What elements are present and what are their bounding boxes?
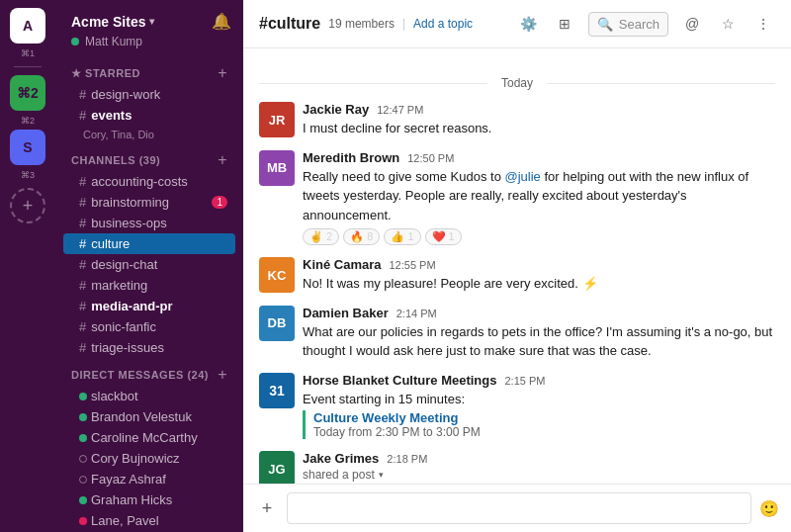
channel-title: #culture [259, 15, 320, 33]
message-input[interactable] [287, 492, 751, 524]
dm-status-lane [79, 517, 87, 525]
workspace-abbr-2: ⌘2 [17, 85, 39, 101]
sidebar-item-marketing[interactable]: # marketing [63, 275, 235, 296]
emoji-reactions: ✌️ 2 🔥 8 👍 1 ❤️ 1 [303, 228, 775, 245]
star-icon[interactable]: ☆ [716, 12, 740, 36]
sidebar-item-sonic-fanfic[interactable]: # sonic-fanfic [63, 316, 235, 337]
sidebar-item-cory[interactable]: Cory Bujnowicz [63, 448, 235, 469]
header-actions: 🔔 [212, 12, 231, 31]
add-attachment-button[interactable]: + [255, 496, 279, 520]
avatar: MB [259, 150, 295, 186]
message-text: Really need to give some Kudos to @julie… [303, 167, 775, 225]
message-row: JG Jake Grimes 2:18 PM shared a post ▾ [259, 451, 775, 484]
channel-meta: 19 members | Add a topic [328, 17, 473, 31]
message-row: 31 Horse Blanket Culture Meetings 2:15 P… [259, 373, 775, 440]
add-workspace-button[interactable]: + [10, 188, 45, 223]
reaction-button[interactable]: 👍 1 [384, 228, 420, 245]
reaction-button[interactable]: 🔥 8 [343, 228, 380, 245]
workspace-icon-1[interactable]: A [10, 8, 45, 44]
reaction-button[interactable]: ✌️ 2 [303, 228, 339, 245]
calendar-avatar: 31 [259, 373, 295, 408]
message-author: Jackie Ray [303, 102, 369, 117]
sidebar-item-design-chat[interactable]: # design-chat [63, 254, 235, 275]
sidebar-events-members: Cory, Tina, Dio [63, 126, 235, 143]
sidebar-item-brandon[interactable]: Brandon Velestuk [63, 406, 235, 427]
search-icon: 🔍 [597, 17, 613, 32]
dm-status-caroline [79, 434, 87, 442]
message-row: DB Damien Baker 2:14 PM What are our pol… [259, 306, 775, 361]
dm-status-cory [79, 455, 87, 463]
sidebar-item-lane[interactable]: Lane, Pavel [63, 510, 235, 531]
avatar: JR [259, 102, 295, 137]
message-row: KC Kiné Camara 12:55 PM No! It was my pl… [259, 257, 775, 294]
workspace-bar: A ⌘1 ⌘2 ⌘2 S ⌘3 + [0, 0, 55, 532]
message-text: No! It was my pleasure! People are very … [303, 274, 775, 294]
workspace-abbr-3: S [23, 139, 32, 155]
settings-icon[interactable]: ⚙️ [517, 12, 541, 36]
user-status-dot [71, 38, 79, 45]
add-dm-button[interactable]: + [218, 366, 227, 384]
event-link[interactable]: Culture Weekly Meeting [313, 410, 458, 425]
mention-link[interactable]: @julie [505, 169, 541, 184]
date-divider: Today [259, 76, 775, 90]
avatar: JG [259, 451, 295, 484]
message-time: 12:55 PM [389, 259, 435, 271]
message-row: MB Meredith Brown 12:50 PM Really need t… [259, 150, 775, 246]
event-time: Today from 2:30 PM to 3:00 PM [313, 425, 775, 439]
workspace-abbr: A [23, 18, 33, 34]
chevron-down-icon: ▾ [149, 16, 154, 27]
calendar-event: Culture Weekly Meeting Today from 2:30 P… [303, 410, 775, 439]
header-actions: ⚙️ ⊞ 🔍 Search @ ☆ ⋮ [517, 12, 775, 37]
sidebar-item-culture[interactable]: # culture [63, 233, 235, 254]
workspace-icon-3[interactable]: S [10, 130, 45, 165]
sidebar-item-events[interactable]: # events [63, 105, 235, 126]
channel-sidebar: Acme Sites ▾ 🔔 Matt Kump ★ STARRED + # d… [55, 0, 243, 532]
message-content: Damien Baker 2:14 PM What are our polici… [303, 306, 775, 361]
layout-icon[interactable]: ⊞ [553, 12, 576, 36]
sidebar-item-fayaz[interactable]: Fayaz Ashraf [63, 469, 235, 489]
search-box[interactable]: 🔍 Search [588, 12, 668, 37]
message-author: Horse Blanket Culture Meetings [303, 373, 497, 388]
add-starred-button[interactable]: + [218, 64, 227, 82]
sidebar-item-caroline[interactable]: Caroline McCarthy [63, 427, 235, 448]
dm-status-brandon [79, 413, 87, 421]
sidebar-item-business-ops[interactable]: # business-ops [63, 213, 235, 233]
message-time: 12:47 PM [377, 104, 423, 116]
workspace-num-3: ⌘3 [21, 170, 35, 180]
at-icon[interactable]: @ [680, 12, 704, 36]
dm-section-label: DIRECT MESSAGES (24) + [55, 358, 243, 386]
reaction-button[interactable]: ❤️ 1 [425, 228, 462, 245]
sidebar-item-media-and-pr[interactable]: # media-and-pr [63, 296, 235, 316]
channel-header: #culture 19 members | Add a topic ⚙️ ⊞ 🔍… [243, 0, 791, 48]
sidebar-item-accounting-costs[interactable]: # accounting-costs [63, 171, 235, 192]
dm-status-graham [79, 496, 87, 504]
sidebar-item-slackbot[interactable]: slackbot [63, 386, 235, 406]
message-content: Meredith Brown 12:50 PM Really need to g… [303, 150, 775, 246]
bell-icon[interactable]: 🔔 [212, 12, 231, 31]
emoji-button[interactable]: 🙂 [759, 499, 779, 518]
sidebar-item-brainstorming[interactable]: # brainstorming 1 [63, 192, 235, 213]
dm-status-slackbot [79, 393, 87, 400]
message-author: Kiné Camara [303, 257, 381, 272]
workspace-num-1: ⌘1 [21, 48, 35, 58]
main-area: #culture 19 members | Add a topic ⚙️ ⊞ 🔍… [243, 0, 791, 532]
message-time: 2:15 PM [505, 375, 546, 387]
more-icon[interactable]: ⋮ [751, 12, 775, 36]
starred-section-label: ★ STARRED + [55, 56, 243, 84]
message-text: Event starting in 15 minutes: [303, 390, 775, 409]
message-content: Jake Grimes 2:18 PM shared a post ▾ [303, 451, 775, 484]
add-channel-button[interactable]: + [218, 151, 227, 169]
message-time: 2:14 PM [396, 308, 437, 319]
sidebar-item-design-work[interactable]: # design-work [63, 84, 235, 105]
message-content: Kiné Camara 12:55 PM No! It was my pleas… [303, 257, 775, 294]
message-row: JR Jackie Ray 12:47 PM I must decline fo… [259, 102, 775, 138]
message-input-area: + 🙂 [243, 484, 791, 532]
message-content: Jackie Ray 12:47 PM I must decline for s… [303, 102, 775, 138]
avatar: KC [259, 257, 295, 293]
sidebar-item-graham[interactable]: Graham Hicks [63, 489, 235, 510]
sidebar-item-triage-issues[interactable]: # triage-issues [63, 337, 235, 358]
add-topic-link[interactable]: Add a topic [413, 17, 473, 31]
workspace-header[interactable]: Acme Sites ▾ 🔔 [55, 0, 243, 35]
workspace-num-2: ⌘2 [21, 116, 35, 126]
workspace-icon-2[interactable]: ⌘2 [10, 75, 45, 111]
